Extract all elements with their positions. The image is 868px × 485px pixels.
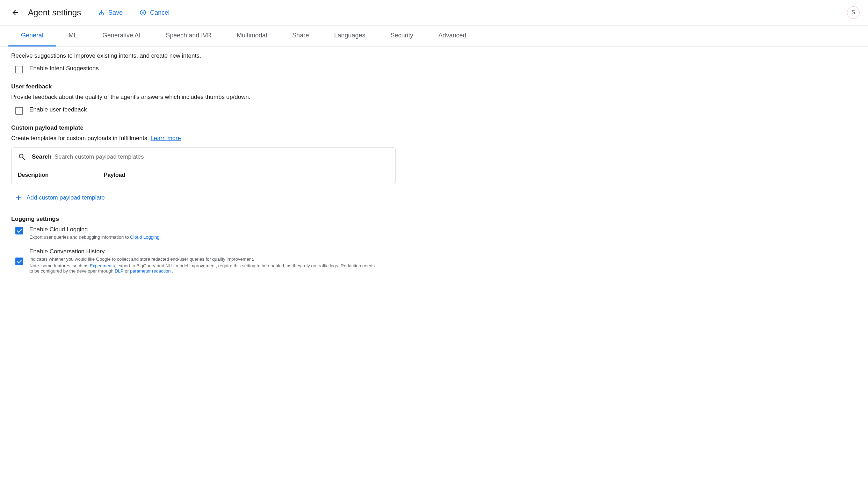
dlp-link[interactable]: DLP [115, 268, 125, 274]
logging-settings-heading: Logging settings [11, 216, 857, 223]
tabs: General ML Generative AI Speech and IVR … [0, 26, 868, 47]
cloud-logging-link[interactable]: Cloud Logging [130, 234, 159, 240]
conversation-history-checkbox-row: Enable Conversation History Indicates wh… [11, 248, 857, 274]
tab-general[interactable]: General [8, 26, 56, 46]
save-button[interactable]: Save [92, 6, 128, 19]
tab-speech-ivr[interactable]: Speech and IVR [153, 26, 224, 46]
parameter-redaction-link[interactable]: parameter redaction [130, 268, 172, 274]
content: Receive suggestions to improve existing … [0, 47, 868, 296]
user-feedback-description: Provide feedback about the quality of th… [11, 94, 857, 101]
search-label: Search [32, 153, 52, 160]
th-description: Description [18, 172, 104, 178]
table-header-row: Description Payload [12, 166, 395, 184]
custom-payload-description: Create templates for custom payloads in … [11, 135, 857, 142]
cancel-icon [139, 9, 146, 16]
tab-security[interactable]: Security [378, 26, 426, 46]
tab-advanced[interactable]: Advanced [426, 26, 479, 46]
tab-languages[interactable]: Languages [321, 26, 378, 46]
enable-user-feedback-checkbox[interactable] [15, 107, 23, 115]
user-feedback-checkbox-row: Enable user feedback [11, 106, 857, 115]
conversation-history-label: Enable Conversation History [29, 248, 379, 255]
enable-cloud-logging-checkbox[interactable] [15, 227, 23, 234]
save-icon [98, 9, 105, 16]
intent-suggestions-description: Receive suggestions to improve existing … [11, 52, 857, 59]
enable-intent-suggestions-checkbox[interactable] [15, 66, 23, 73]
avatar[interactable]: S [847, 6, 860, 19]
custom-payload-heading: Custom payload template [11, 124, 857, 131]
header: Agent settings Save Cancel S [0, 0, 868, 26]
user-feedback-checkbox-label: Enable user feedback [29, 106, 87, 113]
intent-suggestions-checkbox-label: Enable Intent Suggestions [29, 65, 99, 72]
cloud-logging-checkbox-row: Enable Cloud Logging Export user queries… [11, 226, 857, 240]
experiments-link[interactable]: Experiments [90, 263, 115, 268]
payload-template-table: Search Description Payload [11, 147, 396, 184]
search-row: Search [12, 148, 395, 166]
page-title: Agent settings [28, 8, 81, 17]
intent-suggestions-checkbox-row: Enable Intent Suggestions [11, 65, 857, 73]
cancel-button[interactable]: Cancel [134, 6, 175, 19]
user-feedback-heading: User feedback [11, 83, 857, 90]
conversation-history-desc1: Indicates whether you would like Google … [29, 256, 379, 262]
tab-multimodal[interactable]: Multimodal [224, 26, 280, 46]
arrow-back-icon [11, 8, 20, 17]
add-custom-payload-button[interactable]: Add custom payload template [15, 190, 105, 206]
learn-more-link[interactable]: Learn more [151, 135, 181, 142]
enable-conversation-history-checkbox[interactable] [15, 258, 23, 265]
th-payload: Payload [104, 172, 125, 178]
back-button[interactable] [8, 6, 22, 20]
search-input[interactable] [55, 153, 389, 160]
plus-icon [15, 194, 22, 202]
cloud-logging-label: Enable Cloud Logging [29, 226, 161, 233]
tab-ml[interactable]: ML [56, 26, 90, 46]
conversation-history-desc2: Note: some features, such as Experiments… [29, 263, 379, 274]
cloud-logging-sublabel: Export user queries and debugging inform… [29, 234, 161, 240]
tab-share[interactable]: Share [280, 26, 321, 46]
tab-generative-ai[interactable]: Generative AI [90, 26, 153, 46]
search-icon [18, 153, 26, 161]
